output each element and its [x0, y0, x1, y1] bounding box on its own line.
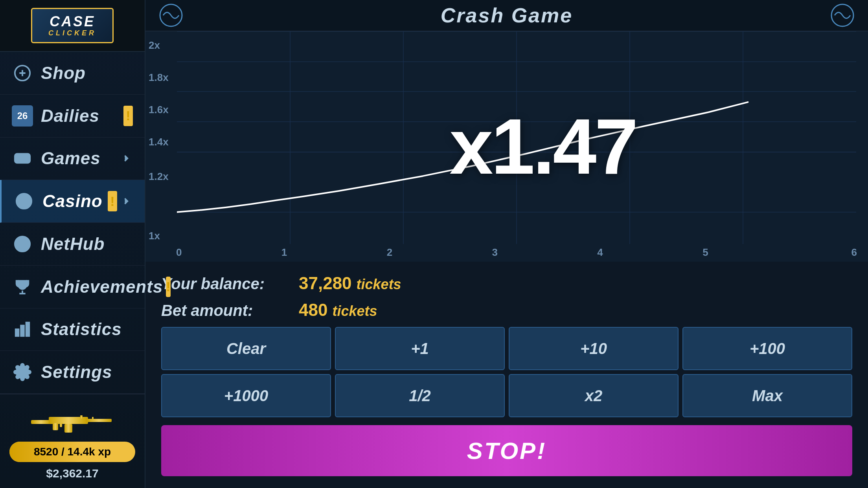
bet-unit: tickets [332, 303, 377, 319]
y-label-1-2x: 1.2x [149, 171, 169, 183]
target-icon [13, 191, 35, 212]
gear-icon [12, 361, 33, 383]
max-button[interactable]: Max [682, 374, 852, 417]
xp-bar: 8520 / 14.4k xp [9, 442, 135, 462]
achievements-label: Achievements [41, 277, 163, 297]
nethub-label: NetHub [41, 234, 133, 254]
y-label-1-8x: 1.8x [149, 72, 169, 84]
svg-rect-8 [26, 323, 29, 336]
circle-icon [12, 62, 33, 84]
svg-rect-7 [21, 326, 24, 336]
shop-label: Shop [41, 63, 133, 83]
svg-rect-1 [15, 154, 30, 163]
svg-rect-17 [92, 417, 94, 419]
bet-label: Bet amount: [161, 302, 287, 319]
svg-point-4 [22, 200, 26, 203]
settings-label: Settings [41, 362, 133, 382]
svg-rect-15 [60, 422, 62, 427]
crash-chart: 2x 1.8x 1.6x 1.4x 1.2x 1x 0 1 2 3 4 5 6 [145, 31, 868, 262]
svg-rect-13 [64, 424, 72, 433]
bottom-panel: Your balance: 37,280 tickets Bet amount:… [145, 262, 868, 488]
sidebar-item-games[interactable]: Games [0, 138, 145, 180]
svg-rect-10 [31, 420, 51, 424]
crash-game-title: Crash Game [441, 4, 573, 27]
svg-rect-12 [86, 419, 112, 422]
balance-value: 37,280 [299, 273, 352, 293]
dailies-date-badge: 26 [12, 105, 33, 127]
sidebar-item-nethub[interactable]: NetHub [0, 223, 145, 266]
dailies-label: Dailies [41, 106, 120, 126]
x2-button[interactable]: x2 [509, 374, 679, 417]
bottom-area: 8520 / 14.4k xp $2,362.17 [0, 394, 145, 488]
x-label-6: 6 [851, 246, 857, 259]
main-content: Crash Game 2x 1.8x 1.6x 1.4x 1.2x 1x 0 1… [145, 0, 868, 488]
y-label-1-6x: 1.6x [149, 104, 169, 116]
games-chevron-icon [120, 148, 133, 169]
stop-button[interactable]: Stop! [161, 425, 852, 476]
xp-text: 8520 / 14.4k xp [34, 446, 111, 458]
clear-button[interactable]: Clear [161, 327, 331, 370]
bet-value: 480 [299, 300, 327, 320]
casino-chevron-icon [120, 191, 133, 212]
x-label-5: 5 [702, 246, 708, 259]
sidebar-item-achievements[interactable]: Achievements ! [0, 266, 145, 308]
sidebar-item-dailies[interactable]: 26 Dailies ! [0, 95, 145, 138]
y-label-2x: 2x [149, 39, 160, 51]
x-label-0: 0 [176, 246, 182, 259]
plus10-button[interactable]: +10 [509, 327, 679, 370]
logo-case-text: CASE [50, 15, 95, 29]
dailies-badge: ! [123, 106, 133, 126]
x-label-3: 3 [492, 246, 498, 259]
logo-area: CASE CLICKER [0, 0, 145, 52]
sidebar: CASE CLICKER Shop 26 Dailies ! Games [0, 0, 145, 488]
weapon-icon [29, 402, 116, 438]
logo-box: CASE CLICKER [31, 8, 114, 43]
plus100-button[interactable]: +100 [682, 327, 852, 370]
player-balance: $2,362.17 [46, 467, 98, 480]
casino-label: Casino [42, 191, 105, 211]
bar-chart-icon [12, 319, 33, 340]
balance-row: Your balance: 37,280 tickets [161, 273, 852, 293]
x-label-4: 4 [597, 246, 603, 259]
sidebar-item-casino[interactable]: Casino ! [0, 180, 145, 223]
balance-label: Your balance: [161, 275, 287, 293]
games-label: Games [41, 149, 117, 168]
sidebar-item-statistics[interactable]: Statistics [0, 308, 145, 351]
header-left-icon [157, 2, 185, 29]
statistics-label: Statistics [41, 319, 133, 339]
x-label-1: 1 [281, 246, 287, 259]
svg-rect-16 [80, 415, 83, 418]
plus1-button[interactable]: +1 [335, 327, 505, 370]
trophy-icon [12, 276, 33, 297]
svg-rect-14 [53, 423, 58, 430]
sidebar-item-shop[interactable]: Shop [0, 52, 145, 95]
sidebar-item-settings[interactable]: Settings [0, 351, 145, 394]
half-button[interactable]: 1/2 [335, 374, 505, 417]
gamepad-icon [12, 148, 33, 169]
svg-rect-6 [16, 329, 19, 336]
chart-svg [177, 31, 856, 244]
balance-unit: tickets [357, 276, 401, 293]
globe-icon [12, 233, 33, 255]
plus1000-button[interactable]: +1000 [161, 374, 331, 417]
casino-badge: ! [108, 191, 117, 211]
y-label-1x: 1x [149, 230, 160, 242]
bet-row: Bet amount: 480 tickets [161, 300, 852, 320]
header: Crash Game [145, 0, 868, 31]
bet-button-grid: Clear +1 +10 +100 +1000 1/2 x2 Max [161, 327, 852, 417]
x-label-2: 2 [387, 246, 392, 259]
header-right-icon [829, 2, 856, 29]
logo-clicker-text: CLICKER [48, 29, 96, 37]
achievements-badge: ! [166, 277, 170, 297]
y-label-1-4x: 1.4x [149, 136, 169, 148]
